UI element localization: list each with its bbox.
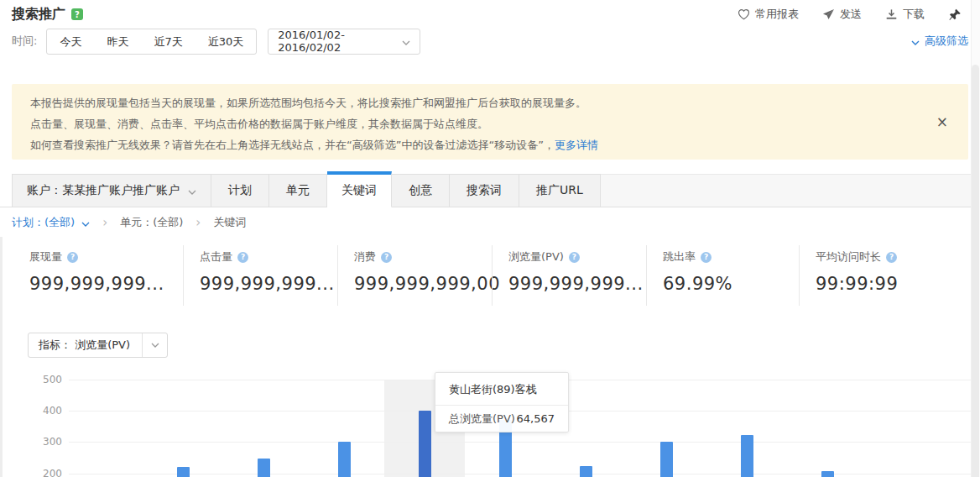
bar[interactable]: [660, 442, 673, 477]
bar[interactable]: [821, 471, 834, 477]
tab-promo-url[interactable]: 推广URL: [519, 174, 601, 207]
pin-icon: [948, 8, 962, 21]
y-axis-tick-label: 400: [23, 405, 62, 417]
metric-clicks: 点击量? 999,999,999...: [183, 245, 337, 306]
breadcrumb-unit[interactable]: 单元：(全部): [120, 215, 183, 230]
notice-line-1: 本报告提供的展现量包括当天的展现量，如果所选范围均包括今天，将比搜索推广和网盟推…: [30, 92, 928, 113]
metrics-summary-row: 展现量? 999,999,999... 点击量? 999,999,999... …: [0, 245, 971, 306]
breadcrumb: 计划：(全部) › 单元：(全部) › 关键词: [12, 215, 246, 230]
help-icon[interactable]: ?: [701, 252, 712, 263]
chart-tooltip: 黄山老街(89)客栈 总浏览量(PV) 64,567: [435, 372, 569, 432]
help-icon[interactable]: ?: [381, 252, 392, 263]
bar[interactable]: [177, 467, 190, 477]
date-range-select[interactable]: 2016/01/02-2016/02/02: [268, 29, 420, 55]
chevron-down-icon: [402, 35, 410, 48]
y-axis-tick-label: 500: [23, 374, 62, 385]
scroll-shadow-left: [0, 237, 3, 477]
metric-cost: 消费? 999,999,999,00: [337, 245, 492, 306]
gridline: [69, 474, 971, 474]
close-icon[interactable]: ×: [936, 115, 948, 129]
bar-highlighted[interactable]: [419, 411, 431, 477]
help-icon[interactable]: ?: [71, 8, 83, 20]
help-icon[interactable]: ?: [569, 252, 580, 263]
tooltip-metric-value: 64,567: [517, 412, 555, 425]
bar[interactable]: [580, 466, 592, 477]
scrollbar-thumb[interactable]: [972, 65, 979, 477]
tab-keyword[interactable]: 关键词: [327, 171, 392, 207]
breadcrumb-separator: ›: [190, 215, 206, 230]
time-filter-label: 时间:: [12, 34, 37, 49]
metric-value: 999,999,999...: [200, 274, 337, 294]
metric-value: 69.99%: [663, 274, 799, 294]
quick-range-group: 今天 昨天 近7天 近30天: [46, 29, 257, 55]
heart-icon: [738, 8, 750, 20]
pin-button[interactable]: [948, 8, 962, 21]
bar[interactable]: [258, 459, 270, 477]
range-30days-button[interactable]: 近30天: [195, 29, 257, 54]
page-header: 搜索推广 ? 常用报表 发送 下载: [12, 0, 962, 29]
range-today-button[interactable]: 今天: [47, 29, 94, 54]
metric-pageviews: 浏览量(PV)? 999,999,999...: [492, 245, 646, 306]
chevron-down-icon: [142, 333, 167, 357]
metric-avg-visit-duration: 平均访问时长? 99:99:99: [799, 245, 971, 306]
help-icon[interactable]: ?: [237, 252, 248, 263]
header-toolbar: 常用报表 发送 下载: [738, 7, 962, 22]
metric-bounce-rate: 跳出率? 69.99%: [646, 245, 799, 306]
range-7days-button[interactable]: 近7天: [141, 29, 195, 54]
chart-metric-select[interactable]: 指标： 浏览量(PV): [28, 333, 168, 358]
tab-plan[interactable]: 计划: [211, 174, 269, 207]
page-title: 搜索推广: [12, 6, 65, 24]
metric-value: 999,999,999...: [29, 274, 183, 294]
report-tabbar: 账户：某某推广账户推广账户 计划 单元 关键词 创意 搜索词 推广URL: [0, 171, 971, 207]
y-axis-tick-label: 300: [23, 436, 62, 448]
metric-value: 999,999,999,00: [354, 274, 492, 294]
tab-unit[interactable]: 单元: [269, 174, 327, 207]
notice-line-2: 点击量、展现量、消费、点击率、平均点击价格的数据属于账户维度，其余数据属于站点维…: [30, 113, 928, 134]
send-icon: [822, 8, 835, 20]
breadcrumb-current: 关键词: [213, 215, 246, 230]
breadcrumb-plan-dropdown[interactable]: 计划：(全部): [12, 215, 90, 230]
notice-banner: 本报告提供的展现量包括当天的展现量，如果所选范围均包括今天，将比搜索推广和网盟推…: [12, 84, 968, 160]
date-range-value: 2016/01/02-2016/02/02: [278, 29, 402, 54]
help-icon[interactable]: ?: [67, 252, 78, 263]
breadcrumb-separator: ›: [97, 215, 112, 230]
range-yesterday-button[interactable]: 昨天: [94, 29, 141, 54]
download-icon: [885, 8, 898, 20]
gridline: [69, 442, 971, 443]
tab-creative[interactable]: 创意: [392, 174, 450, 207]
tooltip-metric-label: 总浏览量(PV): [449, 411, 515, 427]
notice-line-3: 如何查看搜索推广无线效果？请首先在右上角选择无线站点，并在“高级筛选”中的设备过…: [30, 134, 928, 155]
chevron-down-icon: [81, 217, 90, 229]
filter-row: 时间: 今天 昨天 近7天 近30天 2016/01/02-2016/02/02…: [12, 28, 968, 55]
favorite-report-button[interactable]: 常用报表: [738, 7, 799, 22]
metric-value: 99:99:99: [816, 274, 971, 294]
y-axis-tick-label: 200: [23, 468, 62, 477]
chevron-down-icon: [911, 35, 920, 48]
advanced-filter-toggle[interactable]: 高级筛选: [911, 34, 968, 49]
account-selector-tab[interactable]: 账户：某某推广账户推广账户: [12, 174, 211, 207]
help-icon[interactable]: ?: [886, 252, 897, 263]
scrollbar-track: [971, 0, 980, 477]
more-details-link[interactable]: 更多详情: [555, 139, 598, 151]
send-button[interactable]: 发送: [822, 7, 862, 22]
chevron-down-icon: [188, 184, 196, 197]
tooltip-title: 黄山老街(89)客栈: [435, 373, 568, 406]
tab-searchword[interactable]: 搜索词: [450, 174, 519, 207]
bar[interactable]: [338, 442, 351, 477]
metric-value: 999,999,999...: [508, 274, 646, 294]
metric-impressions: 展现量? 999,999,999...: [0, 245, 183, 306]
bar[interactable]: [741, 435, 753, 477]
download-button[interactable]: 下载: [885, 7, 925, 22]
